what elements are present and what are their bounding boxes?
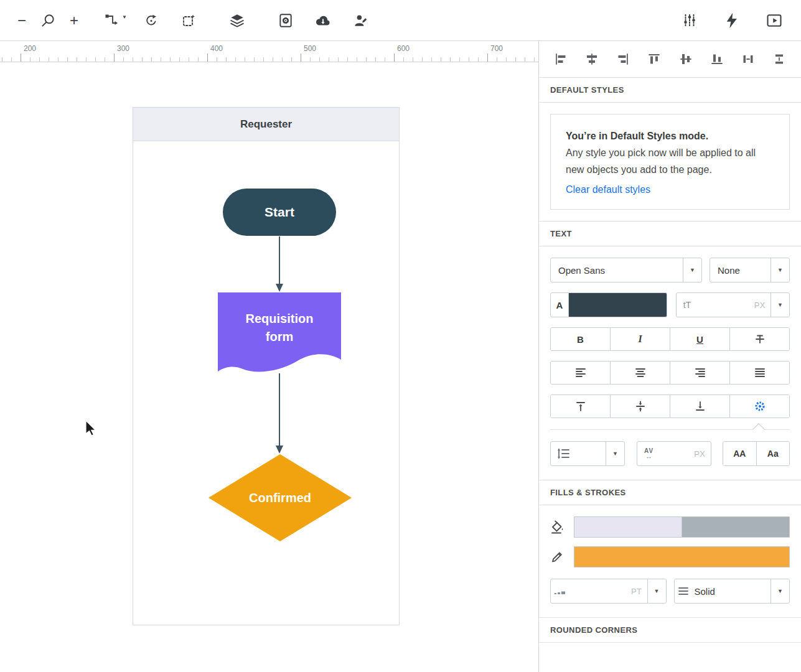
font-size-input[interactable] [698,301,771,310]
valign-middle-button[interactable] [610,395,670,418]
text-align-center-button[interactable] [610,362,670,384]
align-right-button[interactable] [614,50,632,68]
align-top-icon [647,52,661,66]
stroke-width-input[interactable] [569,587,647,596]
uppercase-button[interactable]: AA [723,442,756,465]
distribute-horizontal-button[interactable] [739,50,757,68]
text-advanced-settings-button[interactable] [729,395,789,418]
strikethrough-button[interactable] [729,328,789,350]
section-header-rounded-corners: ROUNDED CORNERS [539,617,801,643]
align-left-button[interactable] [551,50,570,68]
cloud-download-button[interactable] [310,7,336,34]
stroke-width-control[interactable]: ▼ [550,579,667,604]
text-justify-icon [754,366,766,379]
text-style-select[interactable]: None ▼ [710,258,790,282]
typography-popover: ▼ AV ↔ AA Aa [550,429,790,466]
line-spacing-dropdown-arrow-icon[interactable]: ▼ [606,442,624,465]
zoom-tool-button[interactable] [35,7,61,34]
shape-confirmed-decision[interactable]: Confirmed [208,454,352,541]
clear-default-styles-link[interactable]: Clear default styles [566,184,650,195]
connector-tool-button[interactable] [98,7,124,34]
page-settings-button[interactable] [273,7,299,34]
valign-bottom-button[interactable] [670,395,729,418]
align-middle-vertical-button[interactable] [677,50,695,68]
swimlane-header[interactable]: Requester [133,108,399,141]
font-color-button[interactable]: A [550,292,569,317]
section-header-fills-strokes: FILLS & STROKES [539,480,801,505]
plus-icon: + [70,13,78,28]
align-top-button[interactable] [645,50,663,68]
font-size-control[interactable]: tT ▼ [676,292,790,317]
stroke-width-icon [551,586,569,597]
stroke-width-dropdown-arrow-icon[interactable]: ▼ [647,579,666,603]
sliders-icon [682,12,698,29]
text-align-right-icon [694,366,706,379]
distribute-vertical-icon [772,52,786,66]
ruler-mark: 700 [490,44,503,53]
line-style-select[interactable]: Solid ▼ [674,579,790,604]
smart-select-tool-button[interactable] [176,7,202,34]
section-header-text: TEXT [539,221,801,246]
connector-dropdown-arrow-icon[interactable]: ▼ [122,14,127,20]
ruler-mark: 200 [24,44,36,53]
font-size-icon: tT [677,300,698,310]
default-styles-card: You’re in Default Styles mode. Any style… [550,114,790,210]
section-header-default-styles: DEFAULT STYLES [539,77,801,103]
mouse-cursor [86,421,95,436]
text-align-left-icon [574,366,587,379]
line-style-dropdown-arrow-icon[interactable]: ▼ [771,579,789,603]
present-button[interactable] [761,7,787,34]
fill-color-swatch-gray[interactable] [682,516,790,538]
capitalize-button[interactable]: Aa [756,442,790,465]
font-color-swatch[interactable] [569,292,667,317]
underline-button[interactable]: U [670,328,729,350]
text-style-dropdown-arrow-icon[interactable]: ▼ [771,258,789,282]
font-family-dropdown-arrow-icon[interactable]: ▼ [683,258,701,282]
line-spacing-select[interactable]: ▼ [550,441,625,466]
font-size-dropdown-arrow-icon[interactable]: ▼ [771,293,789,317]
italic-icon: I [638,334,642,345]
align-bottom-button[interactable] [708,50,726,68]
text-align-left-button[interactable] [551,362,610,384]
stroke-color-swatch[interactable] [574,546,790,567]
top-toolbar: − + ▼ [0,0,801,41]
bold-icon: B [577,334,584,345]
zoom-in-button[interactable]: + [61,7,87,34]
ruler-mark: 300 [117,44,129,53]
align-right-icon [616,52,630,66]
shape-decision-label: Confirmed [208,454,352,541]
letter-spacing-icon: AV ↔ [637,448,661,460]
bold-button[interactable]: B [551,328,610,350]
diagram-canvas[interactable]: Requester Start Requisition form Confirm… [0,62,538,672]
shape-requisition-document[interactable]: Requisition form [218,292,341,376]
layers-button[interactable] [224,7,250,34]
font-family-select[interactable]: Open Sans ▼ [550,258,702,282]
text-justify-button[interactable] [729,362,789,384]
align-left-icon [554,52,568,66]
adjustments-button[interactable] [677,7,703,34]
zoom-out-button[interactable]: − [9,7,35,34]
shape-start-terminator[interactable]: Start [223,189,336,236]
fill-color-swatch-light[interactable] [574,516,682,538]
letter-spacing-control[interactable]: AV ↔ [637,441,711,466]
valign-top-button[interactable] [551,395,610,418]
swimlane-title: Requester [240,118,292,131]
font-color-control[interactable]: A [550,292,667,317]
align-center-horizontal-button[interactable] [583,50,601,68]
letter-spacing-input[interactable] [661,449,711,459]
text-align-right-button[interactable] [670,362,729,384]
rotate-icon [144,13,159,28]
quick-actions-button[interactable] [719,7,745,34]
vertical-align-group [550,394,790,418]
default-styles-title: You’re in Default Styles mode. [566,128,774,144]
ruler-mark: 500 [304,44,316,53]
rotate-tool-button[interactable] [138,7,164,34]
collaborate-button[interactable] [347,7,373,34]
shape-document-label: Requisition form [218,292,341,376]
italic-button[interactable]: I [610,328,670,350]
layers-icon [229,12,245,29]
alignment-toolbar [539,41,801,77]
magnifier-icon [40,12,56,29]
distribute-vertical-button[interactable] [770,50,789,68]
ruler-major-ticks [21,54,539,62]
